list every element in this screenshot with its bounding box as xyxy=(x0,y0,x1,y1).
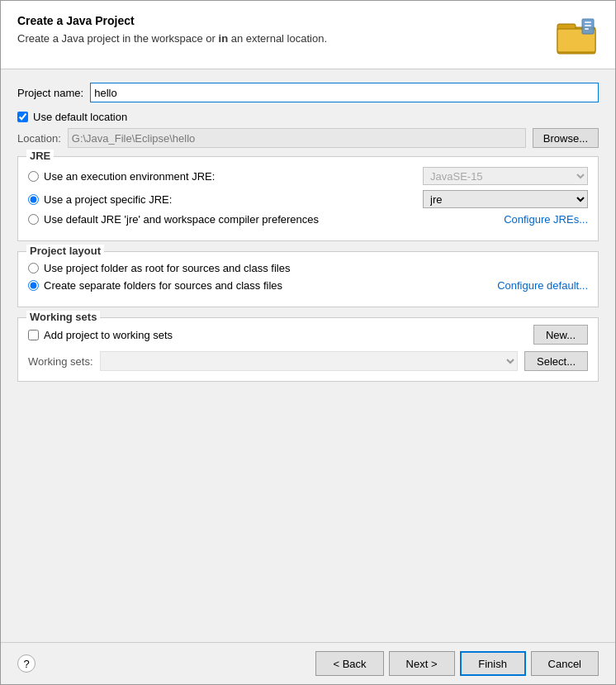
configure-jres-link[interactable]: Configure JREs... xyxy=(504,213,588,226)
jre-execution-env-dropdown[interactable]: JavaSE-15 xyxy=(423,167,588,185)
help-button[interactable]: ? xyxy=(17,654,36,673)
next-button[interactable]: Next > xyxy=(389,651,455,676)
footer-left: ? xyxy=(17,654,36,673)
description-after: an external location. xyxy=(228,32,327,45)
jre-default-label: Use default JRE 'jre' and workspace comp… xyxy=(44,213,504,226)
description-em: in xyxy=(219,32,229,45)
layout-option2-row: Create separate folders for sources and … xyxy=(28,279,588,292)
use-default-location-checkbox[interactable] xyxy=(17,112,28,122)
layout-separate-folders-radio[interactable] xyxy=(28,280,39,291)
dialog-description: Create a Java project in the workspace o… xyxy=(17,32,327,45)
cancel-button[interactable]: Cancel xyxy=(531,651,599,676)
project-layout-section-content: Use project folder as root for sources a… xyxy=(28,262,588,292)
svg-rect-6 xyxy=(585,28,589,30)
jre-section-content: Use an execution environment JRE: JavaSE… xyxy=(28,167,588,226)
finish-button[interactable]: Finish xyxy=(460,651,526,676)
dialog-header: Create a Java Project Create a Java proj… xyxy=(1,1,615,69)
location-row: Location: Browse... xyxy=(17,128,599,148)
jre-execution-env-radio[interactable] xyxy=(28,171,39,182)
layout-project-folder-radio[interactable] xyxy=(28,263,39,274)
add-working-sets-checkbox[interactable] xyxy=(28,330,39,340)
working-sets-section: Working sets Add project to working sets… xyxy=(17,317,599,382)
java-project-icon xyxy=(556,14,599,57)
project-name-input[interactable] xyxy=(90,83,599,102)
layout-project-folder-label: Use project folder as root for sources a… xyxy=(44,262,588,274)
header-text: Create a Java Project Create a Java proj… xyxy=(17,14,327,45)
jre-option3-row: Use default JRE 'jre' and workspace comp… xyxy=(28,213,588,226)
svg-rect-4 xyxy=(585,21,591,23)
add-working-sets-row: Add project to working sets New... xyxy=(28,325,588,345)
configure-default-link[interactable]: Configure default... xyxy=(497,279,588,292)
jre-default-radio[interactable] xyxy=(28,214,39,225)
project-layout-section-title: Project layout xyxy=(26,245,104,257)
jre-option1-row: Use an execution environment JRE: JavaSE… xyxy=(28,167,588,185)
create-java-project-dialog: Create a Java Project Create a Java proj… xyxy=(0,0,616,685)
add-working-sets-label: Add project to working sets xyxy=(44,329,533,341)
browse-button[interactable]: Browse... xyxy=(533,128,599,148)
use-default-location-label: Use default location xyxy=(33,111,127,123)
jre-section: JRE Use an execution environment JRE: Ja… xyxy=(17,156,599,241)
dialog-footer: ? < Back Next > Finish Cancel xyxy=(1,642,615,684)
working-sets-dropdown[interactable] xyxy=(100,351,519,371)
dialog-title: Create a Java Project xyxy=(17,14,327,27)
working-sets-label: Working sets: xyxy=(28,355,93,368)
project-name-label: Project name: xyxy=(17,87,83,99)
help-icon-label: ? xyxy=(23,658,29,670)
jre-execution-env-label: Use an execution environment JRE: xyxy=(44,170,423,183)
use-default-location-row: Use default location xyxy=(17,111,599,123)
project-name-row: Project name: xyxy=(17,83,599,102)
back-button[interactable]: < Back xyxy=(315,651,383,676)
footer-buttons: < Back Next > Finish Cancel xyxy=(315,651,599,676)
working-sets-input-row: Working sets: Select... xyxy=(28,351,588,371)
select-working-set-button[interactable]: Select... xyxy=(524,351,588,371)
jre-option2-row: Use a project specific JRE: jre xyxy=(28,190,588,208)
dialog-content: Project name: Use default location Locat… xyxy=(1,69,615,642)
jre-project-specific-dropdown[interactable]: jre xyxy=(423,190,588,208)
jre-section-title: JRE xyxy=(26,150,54,162)
svg-rect-5 xyxy=(585,25,591,26)
layout-separate-folders-label: Create separate folders for sources and … xyxy=(44,279,497,292)
layout-option1-row: Use project folder as root for sources a… xyxy=(28,262,588,274)
jre-project-specific-label: Use a project specific JRE: xyxy=(44,193,423,206)
jre-project-specific-radio[interactable] xyxy=(28,194,39,205)
project-layout-section: Project layout Use project folder as roo… xyxy=(17,251,599,307)
description-before: Create a Java project in the workspace o… xyxy=(17,32,219,45)
location-label: Location: xyxy=(17,132,61,145)
location-input xyxy=(68,128,526,148)
working-sets-section-title: Working sets xyxy=(26,311,100,323)
new-working-set-button[interactable]: New... xyxy=(533,325,588,345)
